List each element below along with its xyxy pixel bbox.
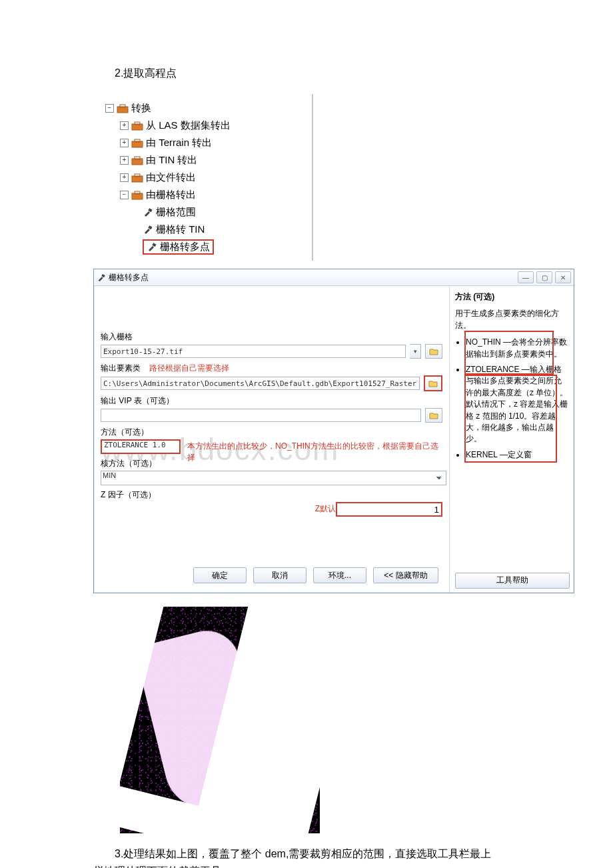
label-method: 方法（可选）	[101, 427, 442, 438]
tree-node[interactable]: + 由 Terrain 转出	[105, 134, 312, 151]
dialog-title-text: 栅格转多点	[109, 272, 149, 283]
help-description: 用于生成多点要素类的细化方法。	[455, 308, 568, 331]
toolbox-icon	[131, 138, 143, 148]
toolbox-icon	[131, 121, 143, 131]
environments-button[interactable]: 环境...	[313, 567, 366, 583]
annotation-path: 路径根据自己需要选择	[149, 363, 229, 373]
tree-label: 栅格转 TIN	[156, 223, 205, 236]
maximize-button[interactable]: ▢	[536, 271, 552, 283]
toolbox-icon	[131, 190, 143, 200]
close-button[interactable]: ✕	[555, 271, 571, 283]
tree-leaf[interactable]: 栅格范围	[105, 203, 312, 221]
tree-label: 栅格转多点	[160, 241, 210, 253]
method-value[interactable]: ZTOLERANCE 1.0	[101, 439, 181, 454]
tree-toolbox-panel: − 转换 + 从 LAS 数据集转出 + 由 Terrain 转出 + 由 TI…	[100, 94, 313, 261]
result-preview-image	[120, 607, 320, 833]
output-fc-field[interactable]	[101, 377, 420, 390]
kernel-select[interactable]: MIN	[101, 471, 446, 485]
browse-button[interactable]	[424, 375, 442, 391]
tree-leaf[interactable]: 栅格转 TIN	[105, 221, 312, 238]
expand-icon[interactable]: +	[120, 121, 129, 130]
tree-node[interactable]: + 由文件转出	[105, 169, 312, 186]
toolbox-icon	[131, 155, 143, 165]
help-panel: 方法 (可选) 用于生成多点要素类的细化方法。 NO_THIN —会将全分辨率数…	[450, 286, 574, 593]
tree-label: 由 TIN 转出	[146, 154, 198, 167]
collapse-icon[interactable]: −	[105, 104, 114, 113]
ok-button[interactable]: 确定	[193, 567, 247, 583]
tree-label: 转换	[131, 102, 151, 115]
tree-leaf-raster-to-multipoint[interactable]: 栅格转多点	[105, 238, 312, 255]
dropdown-button[interactable]: ▾	[410, 344, 421, 359]
tree-node[interactable]: + 从 LAS 数据集转出	[105, 117, 312, 134]
expand-icon[interactable]: +	[120, 156, 129, 165]
dialog-titlebar[interactable]: 栅格转多点 — ▢ ✕	[94, 269, 574, 286]
help-item: NO_THIN —会将全分辨率数据输出到新多点要素类中。	[466, 337, 568, 360]
tree-node[interactable]: + 由 TIN 转出	[105, 151, 312, 169]
hide-help-button[interactable]: << 隐藏帮助	[373, 567, 438, 583]
toolbox-icon	[131, 173, 143, 183]
hammer-icon	[143, 207, 153, 217]
zfactor-field[interactable]	[336, 502, 442, 517]
expand-icon[interactable]: +	[120, 139, 129, 147]
toolbox-icon	[117, 103, 129, 113]
hammer-icon	[97, 273, 106, 282]
section-3-text-line2: 拦地理处理下面的裁剪工具:	[93, 863, 546, 868]
tree-label: 栅格范围	[156, 206, 196, 219]
browse-button[interactable]	[425, 408, 442, 423]
tree-node-root[interactable]: − 转换	[105, 99, 312, 117]
expand-icon[interactable]: +	[120, 173, 129, 182]
tree-label: 由 Terrain 转出	[146, 137, 212, 149]
label-output-fc: 输出要素类 路径根据自己需要选择	[101, 363, 442, 374]
tree-node-raster-out[interactable]: − 由栅格转出	[105, 186, 312, 203]
help-item: ZTOLERANCE —输入栅格与输出多点要素类之间所允许的最大高度差（z 单位…	[466, 364, 568, 445]
help-title: 方法 (可选)	[455, 291, 568, 303]
tool-help-button[interactable]: 工具帮助	[455, 573, 570, 589]
label-input-raster: 输入栅格	[101, 331, 442, 343]
label-kernel: 核方法（可选）	[101, 458, 442, 469]
help-item: KERNEL —定义窗	[466, 449, 568, 461]
section-2-title: 2.提取高程点	[93, 67, 546, 81]
annotation-z: Z默认	[315, 503, 336, 515]
collapse-icon[interactable]: −	[120, 191, 129, 199]
browse-button[interactable]	[425, 344, 442, 359]
section-3-text-line1: 3.处理结果如上图，覆盖了整个 dem,需要裁剪相应的范围，直接选取工具栏最上	[93, 845, 546, 863]
dialog-raster-to-multipoint: 栅格转多点 — ▢ ✕ www.bdocx.com 输入栅格 ▾ 输出要素类 路…	[93, 269, 574, 593]
vip-table-field[interactable]	[101, 409, 421, 422]
minimize-button[interactable]: —	[518, 271, 534, 283]
tree-label: 由文件转出	[146, 171, 196, 184]
label-zfactor: Z 因子（可选）	[101, 489, 442, 501]
tree-label: 从 LAS 数据集转出	[146, 119, 231, 132]
hammer-icon	[143, 224, 153, 235]
tree-label: 由栅格转出	[146, 189, 196, 201]
hammer-icon	[147, 241, 157, 252]
cancel-button[interactable]: 取消	[253, 567, 306, 583]
input-raster-field[interactable]	[101, 345, 406, 358]
label-vip-table: 输出 VIP 表（可选）	[101, 395, 442, 407]
